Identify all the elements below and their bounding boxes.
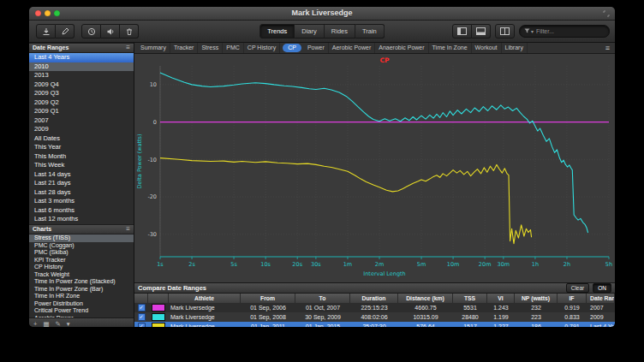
- manual-activity-button[interactable]: [56, 24, 75, 39]
- toggle-compare-pane-button[interactable]: [472, 24, 491, 39]
- sidebar-item-2009-q1[interactable]: 2009 Q1: [29, 107, 134, 116]
- sidebar-item-time-in-power-zone-bar-[interactable]: Time In Power Zone (Bar): [29, 286, 134, 294]
- view-segment-train[interactable]: Train: [355, 24, 385, 39]
- sidebar-item-track-weight[interactable]: Track Weight: [29, 271, 134, 279]
- column-header[interactable]: [148, 294, 169, 303]
- view-segment-rides[interactable]: Rides: [325, 24, 355, 39]
- sidebar-item-2010[interactable]: 2010: [29, 62, 134, 72]
- zoom-button[interactable]: [54, 10, 60, 16]
- sidebar-item-kpi-tracker[interactable]: KPI Tracker: [29, 257, 134, 264]
- sidebar-item-critical-power-trend[interactable]: Critical Power Trend: [29, 307, 134, 315]
- audio-button[interactable]: [101, 24, 120, 39]
- sidebar-item-2013[interactable]: 2013: [29, 71, 134, 80]
- dropdown-icon[interactable]: ▾: [67, 320, 70, 328]
- tab-cp-history[interactable]: CP History: [244, 43, 280, 53]
- filter-field[interactable]: ▾: [519, 25, 610, 38]
- column-header-distance-km-[interactable]: Distance (km): [398, 294, 453, 303]
- cell-range: 2009: [587, 312, 615, 322]
- cp-chart-panel[interactable]: 100-10-20-301s2s5s10s20s30s1m2m5m10m20m3…: [134, 54, 615, 282]
- sidebar-item-2009-q2[interactable]: 2009 Q2: [29, 98, 134, 108]
- column-header-date-range[interactable]: Date Range: [587, 294, 615, 303]
- chevron-down-icon: ▾: [531, 28, 534, 34]
- sidebar-item-last-28-days[interactable]: Last 28 days: [29, 188, 134, 198]
- menu-icon[interactable]: ≡: [126, 44, 130, 52]
- tiled-view-button[interactable]: [495, 24, 515, 39]
- row-checkbox[interactable]: ✓: [138, 313, 146, 321]
- column-header-athlete[interactable]: Athlete: [169, 294, 241, 303]
- sidebar-item-last-12-months[interactable]: Last 12 months: [29, 215, 134, 224]
- delete-button[interactable]: [120, 24, 139, 39]
- sidebar-item-this-month[interactable]: This Month: [29, 152, 134, 162]
- svg-text:5h: 5h: [605, 261, 612, 268]
- close-button[interactable]: [35, 10, 41, 16]
- tab-menu-icon[interactable]: ≡: [605, 44, 612, 52]
- menu-icon[interactable]: ≡: [126, 225, 130, 234]
- view-segment-trends[interactable]: Trends: [259, 24, 295, 39]
- filter-input[interactable]: [536, 28, 591, 34]
- compare-row[interactable]: ✓Mark Liversedge01 Sep, 200601 Oct, 2007…: [134, 303, 615, 312]
- column-header-np-watts-[interactable]: NP (watts): [515, 294, 558, 303]
- tab-cp[interactable]: CP: [283, 44, 301, 52]
- column-header-tss[interactable]: TSS: [453, 294, 487, 303]
- clear-button[interactable]: Clear: [566, 283, 590, 293]
- sidebar-item-last-6-months[interactable]: Last 6 months: [29, 206, 134, 216]
- compose-icon: [61, 27, 69, 36]
- toggle-sidebar-button[interactable]: [452, 24, 472, 39]
- record-button[interactable]: [81, 24, 101, 39]
- sidebar-item-this-year[interactable]: This Year: [29, 143, 134, 152]
- sidebar-item-last-14-days[interactable]: Last 14 days: [29, 170, 134, 180]
- cp-chart[interactable]: 100-10-20-301s2s5s10s20s30s1m2m5m10m20m3…: [134, 54, 615, 282]
- sidebar-item-power-distribution[interactable]: Power Distribution: [29, 300, 134, 308]
- download-activity-button[interactable]: [36, 24, 56, 39]
- column-header-vi[interactable]: VI: [487, 294, 515, 303]
- tab-power[interactable]: Power: [304, 43, 329, 53]
- column-header-to[interactable]: To: [295, 294, 350, 303]
- column-header-duration[interactable]: Duration: [350, 294, 398, 303]
- tab-tracker[interactable]: Tracker: [170, 43, 198, 53]
- desktop: Mark Liversedge: [0, 0, 644, 362]
- tab-library[interactable]: Library: [502, 43, 528, 53]
- tab-aerobic-power[interactable]: Aerobic Power: [329, 43, 376, 53]
- column-header-if[interactable]: IF: [558, 294, 587, 303]
- sidebar-item-time-in-hr-zone[interactable]: Time In HR Zone: [29, 293, 134, 300]
- sidebar-item-all-dates[interactable]: All Dates: [29, 134, 134, 144]
- row-checkbox[interactable]: ✓: [138, 304, 146, 312]
- column-header[interactable]: [134, 294, 148, 303]
- view-segment-diary[interactable]: Diary: [295, 24, 325, 39]
- sidebar-item-2007[interactable]: 2007: [29, 116, 134, 126]
- tab-stress[interactable]: Stress: [198, 43, 223, 53]
- edit-icon[interactable]: ✎: [55, 320, 60, 328]
- cell-vi: 1.199: [487, 312, 515, 322]
- compare-rows: ✓Mark Liversedge01 Sep, 200601 Oct, 2007…: [134, 303, 615, 327]
- sidebar-item-stress-tiss-[interactable]: Stress (TISS): [29, 234, 134, 242]
- tab-time-in-zone[interactable]: Time In Zone: [429, 43, 472, 53]
- tab-workout[interactable]: Workout: [472, 43, 502, 53]
- tab-anaerobic-power[interactable]: Anaerobic Power: [375, 43, 428, 53]
- sidebar-item-2009-q3[interactable]: 2009 Q3: [29, 89, 134, 98]
- sidebar-item-this-week[interactable]: This Week: [29, 161, 134, 170]
- traffic-lights: [35, 10, 60, 16]
- compare-row[interactable]: ✓Mark Liversedge01 Jan, 201101 Jan, 2015…: [134, 322, 615, 327]
- column-header-from[interactable]: From: [241, 294, 295, 303]
- titlebar[interactable]: Mark Liversedge: [29, 7, 615, 21]
- add-icon[interactable]: +: [33, 320, 37, 328]
- tab-summary[interactable]: Summary: [137, 43, 170, 53]
- sidebar-item-last-21-days[interactable]: Last 21 days: [29, 179, 134, 188]
- sidebar-item-2009-q4[interactable]: 2009 Q4: [29, 80, 134, 90]
- sidebar-item-2009[interactable]: 2009: [29, 125, 134, 134]
- minimize-button[interactable]: [45, 10, 51, 16]
- row-checkbox[interactable]: ✓: [138, 323, 146, 327]
- sidebar-item-cp-history[interactable]: CP History: [29, 264, 134, 271]
- tab-pmc[interactable]: PMC: [223, 43, 244, 53]
- app-window: Mark Liversedge: [29, 7, 615, 327]
- compare-row[interactable]: ✓Mark Liversedge01 Sep, 200830 Sep, 2009…: [134, 312, 615, 322]
- compare-on-toggle[interactable]: ON: [593, 283, 611, 293]
- sidebar-item-last-4-years[interactable]: Last 4 Years: [29, 53, 134, 62]
- chart-grid-icon[interactable]: ▦: [43, 320, 49, 328]
- sidebar-item-pmc-coggan-[interactable]: PMC (Coggan): [29, 242, 134, 250]
- sidebar-item-last-3-months[interactable]: Last 3 months: [29, 197, 134, 206]
- sidebar-item-pmc-skiba-[interactable]: PMC (Skiba): [29, 249, 134, 257]
- sidebar-item-time-in-power-zone-stacked-[interactable]: Time In Power Zone (Stacked): [29, 278, 134, 286]
- fullscreen-icon[interactable]: [603, 10, 610, 17]
- svg-text:30s: 30s: [311, 261, 321, 268]
